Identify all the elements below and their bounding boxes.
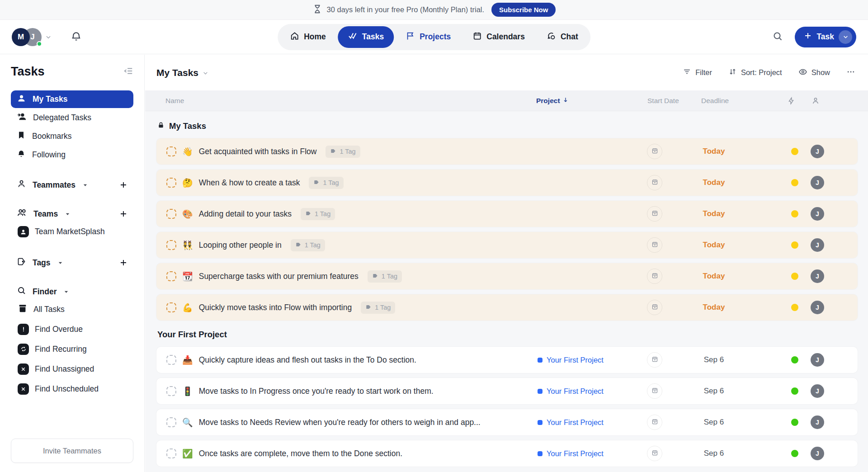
assignee-avatar[interactable]: J: [811, 384, 824, 398]
task-title[interactable]: Quickly move tasks into Flow with import…: [199, 303, 352, 312]
start-date-button[interactable]: [647, 415, 662, 430]
more-options-button[interactable]: [846, 67, 855, 78]
show-button[interactable]: Show: [798, 67, 830, 78]
nav-chat[interactable]: Chat: [537, 26, 588, 48]
task-row[interactable]: 👋 Get acquainted with tasks in Flow 1 Ta…: [156, 138, 858, 165]
nav-home[interactable]: Home: [280, 26, 336, 48]
task-row[interactable]: 📆 Supercharge tasks with our premium fea…: [156, 263, 858, 289]
priority-dot[interactable]: [791, 304, 798, 311]
assignee-avatar[interactable]: J: [811, 447, 824, 460]
task-checkbox[interactable]: [166, 448, 176, 458]
sort-button[interactable]: Sort: Project: [728, 67, 782, 78]
sidebar-item-my-tasks[interactable]: My Tasks: [11, 90, 133, 108]
task-checkbox[interactable]: [166, 271, 176, 281]
start-date-button[interactable]: [647, 300, 662, 315]
assignee-avatar[interactable]: J: [811, 145, 824, 158]
assignee-avatar[interactable]: J: [811, 353, 824, 367]
task-row[interactable]: 👯 Looping other people in 1 Tag Today J: [156, 232, 858, 258]
sidebar-section-teammates[interactable]: Teammates: [11, 177, 133, 193]
add-team-button[interactable]: [119, 210, 127, 218]
priority-dot[interactable]: [791, 148, 798, 155]
start-date-button[interactable]: [647, 175, 662, 190]
task-tag-chip[interactable]: 1 Tag: [291, 239, 325, 251]
task-project-link[interactable]: Your First Project: [538, 347, 604, 373]
start-date-button[interactable]: [647, 383, 662, 399]
notifications-button[interactable]: [71, 31, 82, 43]
assignee-avatar[interactable]: J: [811, 207, 824, 221]
task-deadline[interactable]: Today: [681, 170, 747, 196]
priority-dot[interactable]: [791, 210, 798, 217]
task-row[interactable]: 🎨 Adding detail to your tasks 1 Tag Toda…: [156, 201, 858, 227]
add-task-button[interactable]: Task: [795, 27, 856, 47]
sidebar-item-delegated-tasks[interactable]: Delegated Tasks: [11, 109, 133, 127]
assignee-avatar[interactable]: J: [811, 415, 824, 429]
task-project-link[interactable]: Your First Project: [538, 409, 604, 435]
sidebar-section-finder[interactable]: Finder: [11, 284, 133, 299]
avatar[interactable]: M: [12, 28, 30, 46]
task-checkbox[interactable]: [166, 355, 176, 365]
task-checkbox[interactable]: [166, 178, 176, 188]
task-checkbox[interactable]: [166, 417, 176, 427]
nav-tasks[interactable]: Tasks: [338, 26, 394, 48]
task-title[interactable]: Once tasks are complete, move them to th…: [199, 449, 402, 458]
filter-button[interactable]: Filter: [683, 67, 712, 78]
search-button[interactable]: [772, 31, 783, 43]
subscribe-now-button[interactable]: Subscribe Now: [491, 3, 556, 17]
assignee-avatar[interactable]: J: [811, 176, 824, 189]
start-date-button[interactable]: [647, 446, 662, 461]
sidebar-section-teams[interactable]: Teams: [11, 206, 133, 222]
task-title[interactable]: Move tasks to In Progress once you're re…: [199, 387, 434, 396]
start-date-button[interactable]: [647, 352, 662, 368]
task-tag-chip[interactable]: 1 Tag: [309, 177, 343, 189]
task-dropdown-toggle[interactable]: [839, 30, 852, 44]
start-date-button[interactable]: [647, 237, 662, 253]
task-checkbox[interactable]: [166, 386, 176, 396]
task-deadline[interactable]: Sep 6: [681, 409, 747, 435]
task-deadline[interactable]: Today: [681, 294, 747, 321]
task-deadline[interactable]: Sep 6: [681, 347, 747, 373]
priority-dot[interactable]: [791, 179, 798, 186]
start-date-button[interactable]: [647, 144, 662, 159]
task-row[interactable]: ✅ Once tasks are complete, move them to …: [156, 440, 858, 467]
start-date-button[interactable]: [647, 206, 662, 222]
add-tag-button[interactable]: [119, 259, 127, 267]
view-title-dropdown[interactable]: My Tasks: [156, 67, 208, 78]
task-title[interactable]: Adding detail to your tasks: [199, 209, 292, 219]
task-tag-chip[interactable]: 1 Tag: [301, 208, 335, 220]
task-checkbox[interactable]: [166, 209, 176, 219]
task-row[interactable]: 💪 Quickly move tasks into Flow with impo…: [156, 294, 858, 321]
collapse-sidebar-button[interactable]: [123, 66, 133, 77]
task-tag-chip[interactable]: 1 Tag: [326, 146, 360, 158]
task-deadline[interactable]: Sep 6: [681, 378, 747, 404]
task-project-link[interactable]: Your First Project: [538, 378, 604, 404]
invite-teammates-button[interactable]: Invite Teammates: [11, 439, 133, 463]
priority-dot[interactable]: [791, 450, 798, 457]
task-tag-chip[interactable]: 1 Tag: [368, 270, 402, 283]
sidebar-item-find-recurring[interactable]: Find Recurring: [11, 339, 133, 359]
task-project-link[interactable]: Your First Project: [538, 440, 604, 467]
nav-calendars[interactable]: Calendars: [462, 26, 535, 48]
task-row[interactable]: 🔍 Move tasks to Needs Review when you're…: [156, 409, 858, 435]
task-tag-chip[interactable]: 1 Tag: [361, 302, 395, 314]
task-row[interactable]: 📥 Quickly capture ideas and flesh out ta…: [156, 347, 858, 373]
sidebar-item-find-unscheduled[interactable]: Find Unscheduled: [11, 379, 133, 399]
task-title[interactable]: Move tasks to Needs Review when you're r…: [199, 418, 481, 427]
task-checkbox[interactable]: [166, 240, 176, 250]
start-date-button[interactable]: [647, 269, 662, 284]
sidebar-item-following[interactable]: Following: [11, 146, 133, 164]
column-project-sorted[interactable]: Project: [536, 90, 569, 111]
task-checkbox[interactable]: [166, 302, 176, 312]
sidebar-item-all-tasks[interactable]: All Tasks: [11, 299, 133, 319]
account-switcher[interactable]: M J: [12, 28, 52, 46]
task-deadline[interactable]: Today: [681, 232, 747, 258]
task-row[interactable]: 🚦 Move tasks to In Progress once you're …: [156, 378, 858, 404]
task-row[interactable]: 🤔 When & how to create a task 1 Tag Toda…: [156, 170, 858, 196]
priority-dot[interactable]: [791, 419, 798, 426]
task-deadline[interactable]: Sep 6: [681, 440, 747, 467]
task-title[interactable]: Supercharge tasks with our premium featu…: [199, 272, 359, 281]
priority-dot[interactable]: [791, 387, 798, 395]
task-title[interactable]: When & how to create a task: [199, 178, 300, 188]
priority-dot[interactable]: [791, 241, 798, 249]
sidebar-item-bookmarks[interactable]: Bookmarks: [11, 127, 133, 145]
sidebar-item-team-marketsplash[interactable]: Team MarketSplash: [11, 222, 133, 241]
